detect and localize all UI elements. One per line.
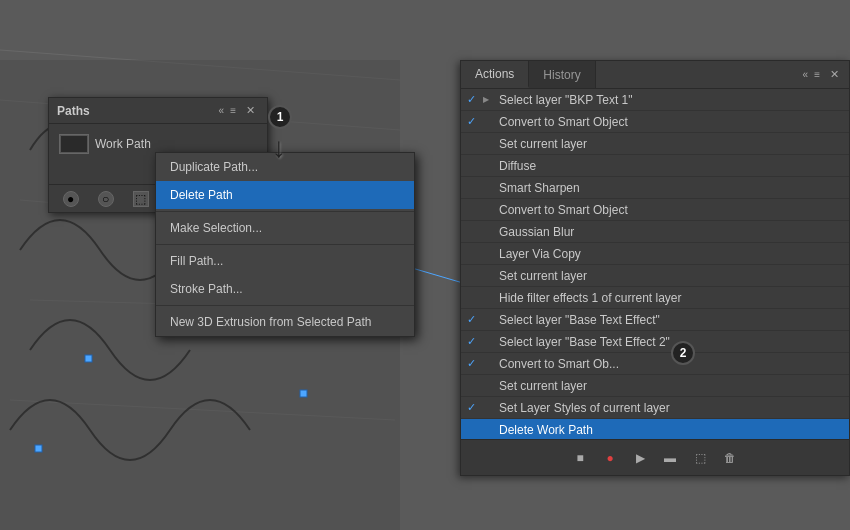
actions-tabs: Actions History [461,61,596,88]
stroke-path-icon[interactable]: ○ [98,191,114,207]
path-thumbnail-inner [61,136,87,152]
delete-action-button[interactable]: 🗑 [720,448,740,468]
paths-panel-header: Paths « ≡ ✕ [49,98,267,124]
action-row[interactable]: ✓ Set Layer Styles of current layer [461,397,849,419]
step-2-indicator: 2 [671,341,695,365]
action-row[interactable]: Delete Work Path [461,419,849,439]
action-row[interactable]: Layer Via Copy [461,243,849,265]
action-name: Set current layer [497,379,843,393]
action-checkmark: ✓ [467,313,483,326]
menu-item-stroke-path[interactable]: Stroke Path... [156,275,414,303]
action-name: Set current layer [497,269,843,283]
action-row[interactable]: Gaussian Blur [461,221,849,243]
fill-path-icon[interactable]: ● [63,191,79,207]
paths-panel-header-icons: « ≡ ✕ [219,104,259,117]
new-action-button[interactable]: ⬚ [690,448,710,468]
step1-arrow: ↓ [272,132,286,164]
stop-button[interactable]: ■ [570,448,590,468]
action-checkmark: ✓ [467,93,483,106]
menu-separator-3 [156,305,414,306]
context-menu: Duplicate Path... Delete Path Make Selec… [155,152,415,337]
load-path-icon[interactable]: ⬚ [133,191,149,207]
menu-separator-1 [156,211,414,212]
menu-item-make-selection[interactable]: Make Selection... [156,214,414,242]
action-row[interactable]: ✓ Convert to Smart Ob... [461,353,849,375]
menu-item-fill-path[interactable]: Fill Path... [156,247,414,275]
actions-header-right: « ≡ ✕ [803,68,849,81]
tab-history[interactable]: History [529,61,595,88]
action-name: Diffuse [497,159,843,173]
action-checkmark: ✓ [467,401,483,414]
path-thumbnail [59,134,89,154]
action-name: Gaussian Blur [497,225,843,239]
action-name: Select layer "Base Text Effect" [497,313,843,327]
paths-panel-collapse-icon[interactable]: « [219,105,225,116]
paths-panel-menu-icon[interactable]: ≡ [230,105,236,116]
action-expand-arrow: ▶ [483,95,497,104]
action-checkmark: ✓ [467,335,483,348]
action-name: Set Layer Styles of current layer [497,401,843,415]
action-name: Select layer "BKP Text 1" [497,93,843,107]
paths-panel-close-button[interactable]: ✕ [242,104,259,117]
action-checkmark: ✓ [467,115,483,128]
play-button[interactable]: ▶ [630,448,650,468]
actions-panel-footer: ■ ● ▶ ▬ ⬚ 🗑 [461,439,849,475]
svg-rect-12 [300,390,307,397]
action-name: Convert to Smart Object [497,115,843,129]
action-name: Layer Via Copy [497,247,843,261]
menu-item-3d-extrusion[interactable]: New 3D Extrusion from Selected Path [156,308,414,336]
tab-actions[interactable]: Actions [461,61,529,88]
action-checkmark: ✓ [467,357,483,370]
action-row[interactable]: Set current layer [461,375,849,397]
action-name: Set current layer [497,137,843,151]
action-row[interactable]: ✓ Convert to Smart Object [461,111,849,133]
action-row[interactable]: ✓▶Select layer "BKP Text 1" [461,89,849,111]
action-row[interactable]: Convert to Smart Object [461,199,849,221]
svg-rect-9 [85,355,92,362]
action-row[interactable]: ✓ Select layer "Base Text Effect" [461,309,849,331]
action-row[interactable]: Diffuse [461,155,849,177]
menu-separator-2 [156,244,414,245]
step-1-indicator: 1 [268,105,292,129]
new-set-button[interactable]: ▬ [660,448,680,468]
actions-panel-close-button[interactable]: ✕ [826,68,843,81]
action-name: Convert to Smart Object [497,203,843,217]
action-name: Convert to Smart Ob... [497,357,843,371]
svg-rect-10 [35,445,42,452]
actions-panel-menu-icon[interactable]: ≡ [814,69,820,80]
paths-panel-title: Paths [57,104,90,118]
work-path-label: Work Path [95,137,151,151]
actions-panel: Actions History « ≡ ✕ ✓▶Select layer "BK… [460,60,850,476]
actions-panel-collapse-icon[interactable]: « [803,69,809,80]
action-row[interactable]: Smart Sharpen [461,177,849,199]
action-row[interactable]: Set current layer [461,133,849,155]
record-button[interactable]: ● [600,448,620,468]
action-name: Smart Sharpen [497,181,843,195]
action-row[interactable]: Set current layer [461,265,849,287]
menu-item-delete-path[interactable]: Delete Path [156,181,414,209]
action-row[interactable]: Hide filter effects 1 of current layer [461,287,849,309]
actions-panel-header: Actions History « ≡ ✕ [461,61,849,89]
action-name: Delete Work Path [497,423,843,437]
actions-list[interactable]: ✓▶Select layer "BKP Text 1"✓ Convert to … [461,89,849,439]
action-row[interactable]: ✓ Select layer "Base Text Effect 2" [461,331,849,353]
action-name: Hide filter effects 1 of current layer [497,291,843,305]
action-name: Select layer "Base Text Effect 2" [497,335,843,349]
